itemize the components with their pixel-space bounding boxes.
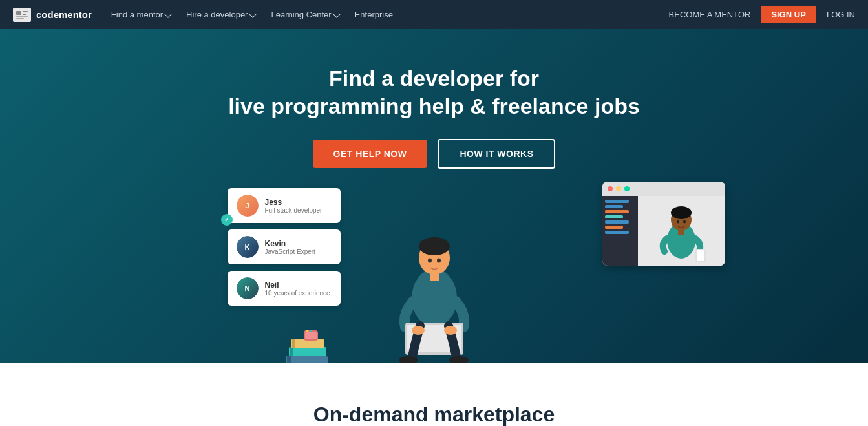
books-illustration bbox=[286, 330, 331, 363]
signup-button[interactable]: SIGN UP bbox=[761, 6, 816, 23]
hero-title: Find a developer for live programming he… bbox=[228, 65, 640, 120]
svg-rect-26 bbox=[286, 356, 328, 363]
nav-right: BECOME A MENTOR SIGN UP LOG IN bbox=[669, 6, 855, 23]
svg-rect-2 bbox=[23, 11, 28, 12]
code-line bbox=[605, 205, 623, 208]
nav-enterprise[interactable]: Enterprise bbox=[348, 7, 399, 22]
dev-name-kevin: Kevin bbox=[265, 239, 315, 248]
avatar-jess: J bbox=[237, 195, 259, 217]
svg-point-24 bbox=[677, 220, 679, 224]
dev-role-neil: 10 years of experience bbox=[265, 290, 330, 297]
dev-info-neil: Neil 10 years of experience bbox=[265, 281, 330, 297]
below-fold-section: On-demand marketplace for software devel… bbox=[0, 363, 868, 426]
svg-point-16 bbox=[428, 259, 432, 263]
hero-buttons: GET HELP NOW HOW IT WORKS bbox=[313, 139, 556, 169]
screen-mentor-figure bbox=[655, 198, 707, 263]
svg-rect-28 bbox=[289, 347, 326, 356]
dev-card-kevin: K Kevin JavaScript Expert bbox=[228, 229, 341, 264]
dev-info-jess: Jess Full stack developer bbox=[265, 198, 323, 214]
code-line bbox=[605, 210, 630, 213]
svg-point-17 bbox=[437, 259, 441, 263]
svg-rect-21 bbox=[678, 228, 684, 235]
code-line bbox=[605, 226, 623, 229]
svg-rect-33 bbox=[305, 332, 317, 339]
chevron-down-icon bbox=[333, 10, 340, 17]
brand-name: codementor bbox=[36, 9, 92, 20]
screen-code-sidebar bbox=[602, 196, 638, 266]
nav-hire-developer[interactable]: Hire a developer bbox=[180, 7, 262, 22]
screen-editor bbox=[602, 182, 725, 266]
get-help-button[interactable]: GET HELP NOW bbox=[313, 140, 428, 168]
svg-rect-29 bbox=[290, 347, 293, 356]
dev-role-kevin: JavaScript Expert bbox=[265, 248, 315, 255]
chevron-down-icon bbox=[249, 10, 257, 17]
dev-name-neil: Neil bbox=[265, 281, 330, 290]
code-line bbox=[605, 215, 623, 218]
nav-links: Find a mentor Hire a developer Learning … bbox=[105, 7, 669, 22]
screen-header bbox=[602, 182, 725, 196]
svg-rect-4 bbox=[16, 16, 28, 17]
svg-point-20 bbox=[671, 206, 692, 219]
nav-learning-center[interactable]: Learning Center bbox=[264, 7, 345, 22]
below-fold-title: On-demand marketplace for software devel… bbox=[273, 401, 596, 426]
brand-icon bbox=[13, 8, 31, 22]
center-developer-illustration bbox=[383, 208, 486, 363]
dev-name-jess: Jess bbox=[265, 198, 323, 207]
screen-dot-red bbox=[608, 186, 613, 191]
brand-logo[interactable]: codementor bbox=[13, 8, 92, 22]
svg-rect-23 bbox=[697, 250, 704, 261]
svg-rect-27 bbox=[287, 356, 291, 363]
avatar-neil: N bbox=[237, 277, 259, 299]
dev-role-jess: Full stack developer bbox=[265, 207, 323, 214]
screen-person-area bbox=[638, 196, 725, 266]
check-icon: ✓ bbox=[221, 214, 233, 226]
screen-body bbox=[602, 196, 725, 266]
avatar-kevin: K bbox=[237, 236, 259, 258]
dev-info-kevin: Kevin JavaScript Expert bbox=[265, 239, 315, 255]
navbar: codementor Find a mentor Hire a develope… bbox=[0, 0, 868, 29]
screen-dot-yellow bbox=[616, 186, 621, 191]
svg-point-14 bbox=[412, 326, 425, 335]
how-it-works-button[interactable]: HOW IT WORKS bbox=[438, 139, 555, 169]
code-line bbox=[605, 220, 630, 224]
dev-card-jess: J Jess Full stack developer ✓ bbox=[228, 188, 341, 223]
developer-cards: J Jess Full stack developer ✓ K Kevin Ja… bbox=[228, 188, 341, 306]
hero-illustration: J Jess Full stack developer ✓ K Kevin Ja… bbox=[0, 182, 868, 363]
svg-rect-5 bbox=[16, 18, 24, 19]
svg-rect-3 bbox=[23, 14, 26, 15]
chevron-down-icon bbox=[164, 10, 171, 17]
screen-dot-green bbox=[624, 186, 630, 191]
code-line bbox=[605, 231, 630, 234]
dev-card-neil: N Neil 10 years of experience bbox=[228, 271, 341, 306]
hero-section: Find a developer for live programming he… bbox=[0, 29, 868, 363]
become-mentor-link[interactable]: BECOME A MENTOR bbox=[669, 10, 751, 19]
svg-point-25 bbox=[683, 220, 686, 224]
login-link[interactable]: LOG IN bbox=[827, 10, 855, 19]
svg-rect-31 bbox=[292, 339, 295, 348]
svg-point-8 bbox=[419, 237, 450, 255]
svg-rect-1 bbox=[16, 11, 21, 15]
nav-find-mentor[interactable]: Find a mentor bbox=[105, 7, 177, 22]
svg-point-15 bbox=[444, 326, 457, 335]
code-line bbox=[605, 200, 630, 203]
svg-rect-9 bbox=[430, 271, 439, 281]
